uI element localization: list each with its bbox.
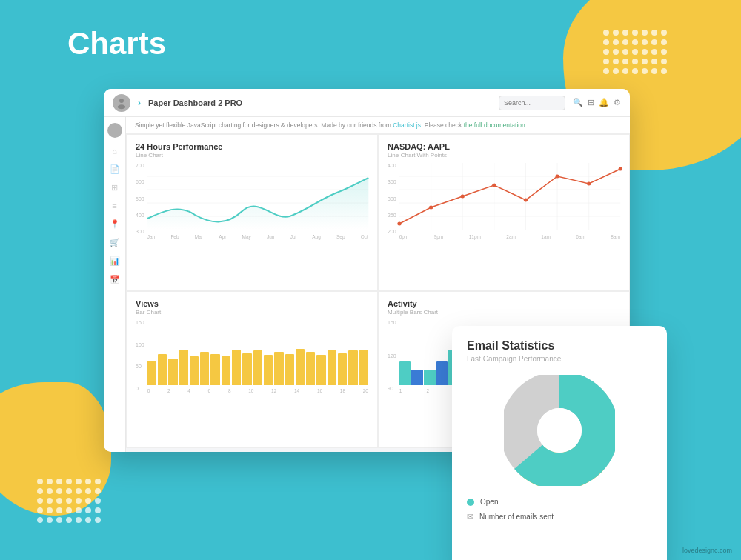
bar-item — [338, 353, 347, 385]
sidebar-home-icon[interactable]: ⌂ — [112, 147, 117, 156]
chart-views-y-labels: 150100500 — [136, 320, 147, 401]
chart-views-area: 02468101214161820 — [147, 320, 368, 401]
sidebar: ⌂ 📄 ⊞ ≡ 📍 🛒 📊 📅 — [104, 117, 126, 452]
chart-views: Views Bar Chart 150100500 02468101214161… — [126, 291, 378, 448]
activity-bar-teal — [399, 361, 411, 385]
dashboard-subtitle: Simple yet flexible JavaScript charting … — [126, 117, 630, 134]
chart-activity-title: Activity — [388, 299, 620, 308]
bar-item — [242, 353, 251, 385]
activity-bar-blue — [411, 370, 423, 385]
sidebar-chart-icon[interactable]: 📊 — [110, 256, 120, 266]
chart-views-inner: 150100500 02468101214161820 — [136, 320, 368, 401]
legend-open: Open — [467, 498, 652, 506]
chart-24h-y-labels: 700600500400300 — [136, 163, 147, 244]
bar-item — [306, 352, 315, 385]
search-input[interactable] — [499, 96, 565, 110]
bar-item — [222, 356, 230, 385]
chart-views-x-labels: 02468101214161820 — [147, 388, 368, 393]
views-bars — [147, 320, 368, 387]
bar-item — [168, 359, 177, 385]
chartist-link[interactable]: Chartist.js — [393, 121, 421, 129]
bar-item — [200, 352, 209, 385]
email-statistics-card: Email Statistics Last Campaign Performan… — [452, 326, 667, 560]
chart-activity-type: Multiple Bars Chart — [388, 309, 620, 316]
watermark: lovedesignc.com — [682, 547, 732, 554]
activity-bar-blue — [436, 361, 448, 385]
chart-activity-y-labels: 15012090 — [388, 320, 399, 401]
grid-icon[interactable]: ⊞ — [588, 98, 594, 107]
chart-nasdaq-x-labels: 6pm9pm11pm2am1am6am8am — [399, 234, 620, 239]
sidebar-cart-icon[interactable]: 🛒 — [110, 238, 120, 247]
chart-nasdaq-area: 6pm9pm11pm2am1am6am8am — [399, 163, 620, 244]
settings-icon[interactable]: ⚙ — [614, 98, 621, 107]
email-card-title: Email Statistics — [467, 339, 652, 353]
chart-nasdaq: NASDAQ: AAPL Line-Chart With Points 4003… — [378, 134, 630, 291]
chart-24h-inner: 700600500400300 — [136, 163, 368, 244]
chart-nasdaq-inner: 400350300250200 — [388, 163, 620, 244]
chart-nasdaq-title: NASDAQ: AAPL — [388, 142, 620, 151]
chart-24h: 24 Hours Performance Line Chart 70060050… — [126, 134, 378, 291]
svg-point-1 — [118, 104, 126, 109]
avatar — [113, 94, 130, 112]
search-icon[interactable]: 🔍 — [573, 98, 583, 107]
svg-point-17 — [429, 206, 433, 210]
email-card-subtitle: Last Campaign Performance — [467, 355, 652, 363]
svg-point-19 — [492, 184, 496, 187]
header-icons: 🔍 ⊞ 🔔 ⚙ — [573, 98, 621, 107]
chart-nasdaq-type: Line-Chart With Points — [388, 152, 620, 159]
bar-item — [348, 350, 357, 385]
chart-nasdaq-y-labels: 400350300250200 — [388, 163, 399, 244]
page-title: Charts — [67, 26, 166, 61]
bar-item — [274, 352, 283, 385]
chart-views-type: Bar Chart — [136, 309, 368, 316]
bar-item — [359, 350, 368, 385]
chart-24h-x-labels: JanFebMarAprMay JunJulAugSepOct — [147, 234, 368, 239]
sidebar-calendar-icon[interactable]: 📅 — [110, 275, 120, 284]
svg-point-0 — [119, 99, 124, 103]
pie-chart-container — [467, 375, 652, 486]
dashboard-header: › Paper Dashboard 2 PRO 🔍 ⊞ 🔔 ⚙ — [104, 89, 630, 117]
envelope-icon: ✉ — [467, 512, 473, 521]
chevron-icon: › — [138, 98, 141, 108]
sidebar-avatar — [107, 123, 122, 138]
legend-emails-label: Number of emails sent — [479, 513, 554, 521]
bar-item — [190, 356, 199, 385]
svg-point-20 — [523, 199, 527, 202]
sidebar-map-icon[interactable]: 📍 — [110, 219, 120, 229]
chart-24h-title: 24 Hours Performance — [136, 142, 368, 151]
svg-point-22 — [587, 182, 591, 186]
bar-group — [424, 361, 448, 385]
bar-group — [399, 361, 423, 385]
chart-24h-area: JanFebMarAprMay JunJulAugSepOct — [147, 163, 368, 244]
svg-point-16 — [397, 222, 401, 226]
svg-point-21 — [555, 175, 559, 179]
bar-item — [316, 355, 325, 385]
svg-point-18 — [460, 195, 464, 199]
bar-item — [264, 355, 273, 385]
bar-item — [179, 350, 188, 385]
dots-top-right — [603, 30, 667, 74]
activity-bar-teal — [424, 370, 436, 385]
legend-open-label: Open — [480, 498, 498, 506]
bar-item — [285, 354, 294, 385]
dashboard-title: Paper Dashboard 2 PRO — [148, 99, 491, 107]
sidebar-file-icon[interactable]: 📄 — [110, 164, 120, 174]
bell-icon[interactable]: 🔔 — [599, 98, 609, 107]
bar-item — [210, 354, 219, 385]
bar-item — [296, 349, 305, 385]
sidebar-list-icon[interactable]: ≡ — [112, 201, 116, 210]
bar-item — [328, 350, 336, 385]
legend-emails: ✉ Number of emails sent — [467, 512, 652, 521]
docs-link[interactable]: the full documentation — [464, 121, 525, 129]
chart-views-title: Views — [136, 299, 368, 308]
bar-item — [232, 350, 241, 385]
legend-open-dot — [467, 499, 474, 506]
svg-point-23 — [618, 167, 622, 171]
bar-item — [158, 354, 167, 385]
bar-item — [253, 350, 262, 385]
sidebar-grid-icon[interactable]: ⊞ — [111, 183, 118, 193]
dots-bottom-left — [37, 479, 101, 523]
chart-24h-type: Line Chart — [136, 152, 368, 159]
bar-item — [147, 361, 156, 385]
svg-point-27 — [537, 408, 582, 453]
